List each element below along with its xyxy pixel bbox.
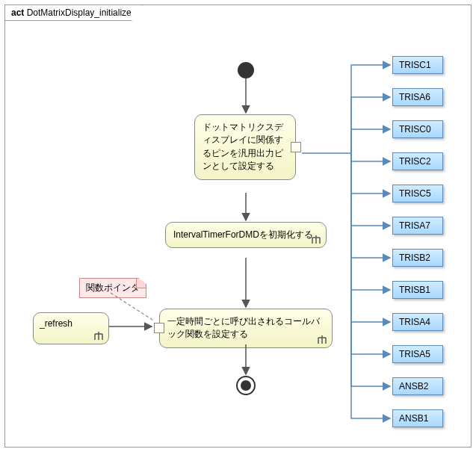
ref-trisa5: TRISA5	[392, 345, 443, 363]
activity-label: _refresh	[40, 318, 72, 329]
activity-set-callback: 一定時間ごとに呼び出されるコールバック関数を設定する	[159, 309, 333, 348]
activity-label: 一定時間ごとに呼び出されるコールバック関数を設定する	[167, 316, 320, 339]
activity-label: IntervalTimerForDMDを初期化する	[173, 229, 313, 240]
input-pin	[154, 323, 164, 333]
frame-title-tab: act DotMatrixDisplay_initialize	[5, 5, 143, 21]
ref-ansb1: ANSB1	[392, 409, 443, 427]
activity-refresh: _refresh	[33, 312, 109, 344]
final-node	[236, 376, 256, 395]
rake-icon	[311, 235, 321, 244]
output-pin	[291, 142, 301, 152]
ref-trisb1: TRISB1	[392, 281, 443, 299]
ref-trisa7: TRISA7	[392, 217, 443, 235]
rake-icon	[93, 332, 104, 341]
rake-icon	[317, 335, 327, 344]
note-text: 関数ポインタ	[86, 282, 140, 293]
ref-trisa6: TRISA6	[392, 88, 443, 106]
activity-label: ドットマトリクスディスプレイに関係するピンを汎用出力ピンとして設定する	[203, 122, 283, 171]
ref-trisc0: TRISC0	[392, 120, 443, 138]
activity-init-timer: IntervalTimerForDMDを初期化する	[165, 222, 327, 248]
frame-title: DotMatrixDisplay_initialize	[27, 7, 132, 18]
frame-prefix: act	[11, 7, 24, 18]
ref-trisb2: TRISB2	[392, 249, 443, 267]
ref-trisc2: TRISC2	[392, 152, 443, 170]
ref-trisc1: TRISC1	[392, 56, 443, 74]
ref-trisa4: TRISA4	[392, 313, 443, 331]
ref-trisc5: TRISC5	[392, 185, 443, 202]
note-function-pointer: 関数ポインタ	[79, 278, 146, 298]
activity-configure-pins: ドットマトリクスディスプレイに関係するピンを汎用出力ピンとして設定する	[194, 114, 296, 180]
ref-ansb2: ANSB2	[392, 377, 443, 395]
initial-node	[238, 62, 254, 78]
